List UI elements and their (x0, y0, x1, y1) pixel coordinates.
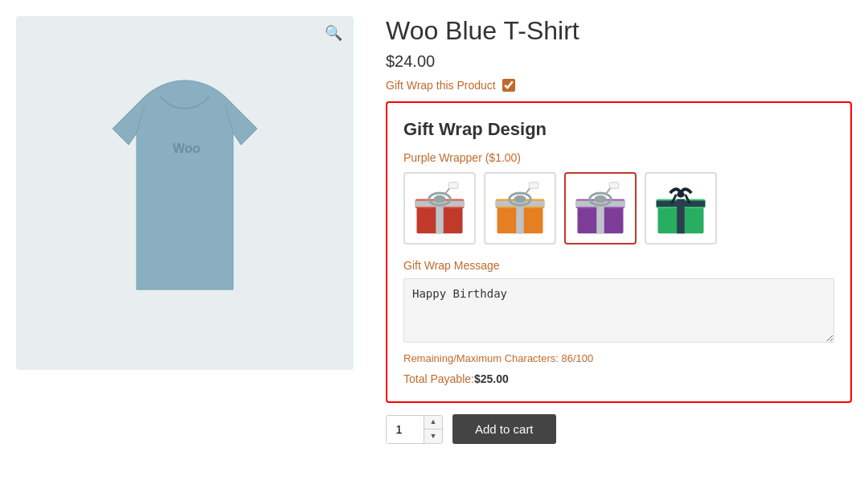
wrapper-option-red[interactable] (403, 172, 476, 244)
total-payable: Total Payable:$25.00 (403, 372, 834, 385)
quantity-up-button[interactable]: ▲ (424, 416, 442, 429)
quantity-down-button[interactable]: ▼ (424, 429, 442, 443)
wrapper-option-green[interactable] (645, 172, 717, 244)
wrapper-option-orange[interactable] (484, 172, 556, 244)
wrapper-option-purple[interactable] (564, 172, 637, 244)
product-container: 🔍 Woo Woo Blue T-Shirt $24.00 Gift Wrap (16, 16, 852, 444)
cart-row: ▲ ▼ Add to cart (386, 414, 852, 444)
svg-point-14 (514, 195, 526, 203)
product-image-section: 🔍 Woo (16, 16, 354, 370)
product-image: Woo (80, 64, 289, 322)
panel-title: Gift Wrap Design (403, 119, 834, 140)
wrapper-options (403, 172, 834, 244)
product-price: $24.00 (386, 52, 852, 71)
svg-point-6 (433, 195, 445, 203)
wrapper-selected-label: Purple Wrapper ($1.00) (403, 151, 834, 164)
gift-wrap-label: Gift Wrap this Product (386, 79, 496, 92)
zoom-icon[interactable]: 🔍 (325, 24, 342, 42)
message-label: Gift Wrap Message (403, 259, 834, 272)
gift-wrap-checkbox[interactable] (502, 79, 515, 92)
product-details: Woo Blue T-Shirt $24.00 Gift Wrap this P… (386, 16, 852, 444)
char-count: Remaining/Maximum Characters: 86/100 (403, 352, 834, 364)
svg-rect-16 (529, 183, 538, 189)
svg-rect-8 (448, 183, 457, 189)
add-to-cart-button[interactable]: Add to cart (452, 414, 556, 444)
svg-rect-28 (657, 201, 706, 208)
product-title: Woo Blue T-Shirt (386, 16, 852, 46)
svg-point-29 (677, 191, 685, 198)
quantity-wrapper: ▲ ▼ (386, 415, 443, 444)
gift-message-textarea[interactable]: Happy Birthday (403, 278, 834, 343)
total-payable-label: Total Payable: (403, 372, 474, 385)
gift-wrap-panel: Gift Wrap Design Purple Wrapper ($1.00) (386, 101, 852, 403)
quantity-stepper: ▲ ▼ (424, 416, 442, 443)
svg-text:Woo: Woo (173, 142, 201, 155)
svg-rect-24 (609, 183, 618, 189)
total-payable-amount: $25.00 (474, 372, 509, 385)
gift-wrap-checkbox-row: Gift Wrap this Product (386, 79, 852, 92)
svg-point-22 (594, 195, 606, 203)
quantity-input[interactable] (387, 416, 424, 443)
